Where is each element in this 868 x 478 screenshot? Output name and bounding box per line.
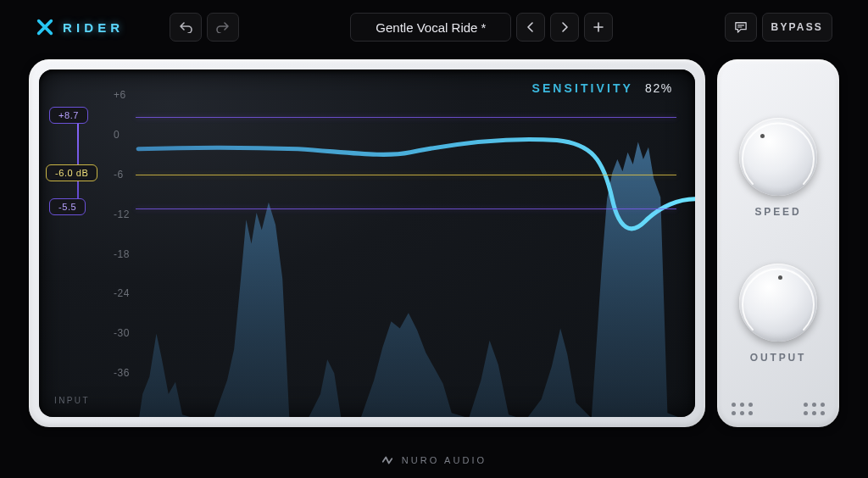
preset-prev-button[interactable] — [516, 13, 545, 42]
knob-indicator-icon — [778, 275, 782, 280]
axis-tick: -18 — [114, 248, 130, 260]
input-label: INPUT — [54, 396, 90, 405]
target-handle[interactable]: -6.0 dB — [46, 164, 97, 181]
undo-button[interactable] — [170, 13, 202, 42]
axis-tick: -6 — [114, 169, 124, 181]
sensitivity-value: 82% — [645, 81, 673, 95]
target-value: -6.0 dB — [55, 168, 88, 178]
grip-icon — [732, 403, 753, 415]
plus-icon — [593, 22, 604, 32]
top-bar: RIDER Gentle Vocal Ride * — [0, 0, 868, 54]
brand: RIDER — [36, 18, 124, 36]
range-low-handle[interactable]: -5.5 — [49, 198, 86, 215]
side-panel: SPEED OUTPUT — [717, 59, 839, 427]
speed-knob-block: SPEED — [739, 118, 817, 218]
grip-icon — [804, 403, 825, 415]
bypass-label: BYPASS — [771, 21, 823, 33]
range-low-value: -5.5 — [58, 202, 76, 212]
speed-label: SPEED — [754, 206, 801, 218]
axis-tick: -24 — [114, 287, 130, 299]
output-knob[interactable] — [739, 264, 817, 342]
speed-knob[interactable] — [739, 118, 817, 196]
plugin-window: RIDER Gentle Vocal Ride * — [0, 0, 868, 478]
bypass-button[interactable]: BYPASS — [762, 13, 832, 42]
axis-tick: -12 — [114, 208, 130, 220]
right-toolbar: BYPASS — [725, 13, 832, 42]
preset-name-label: Gentle Vocal Ride * — [376, 20, 486, 35]
axis-tick: 0 — [114, 129, 120, 141]
display-bezel: +6 0 -6 -12 -18 -24 -30 -36 +8.7 — [29, 59, 705, 427]
grip-dots — [717, 403, 839, 415]
output-label: OUTPUT — [750, 352, 807, 364]
axis: +6 0 -6 -12 -18 -24 -30 -36 — [114, 83, 676, 388]
help-button[interactable] — [725, 13, 757, 42]
axis-tick: -30 — [114, 327, 130, 339]
preset-name-button[interactable]: Gentle Vocal Ride * — [350, 13, 511, 42]
range-high-line — [136, 117, 676, 118]
chevron-left-icon — [526, 22, 535, 32]
vendor-logo-icon — [381, 454, 393, 466]
axis-tick: +6 — [114, 89, 126, 101]
brand-name: RIDER — [63, 20, 124, 35]
redo-button[interactable] — [207, 13, 239, 42]
main-panels: +6 0 -6 -12 -18 -24 -30 -36 +8.7 — [29, 59, 839, 427]
preset-add-button[interactable] — [584, 13, 613, 42]
range-high-handle[interactable]: +8.7 — [49, 107, 88, 124]
range-high-value: +8.7 — [58, 110, 79, 120]
knob-indicator-icon — [760, 134, 765, 138]
chevron-right-icon — [560, 22, 569, 32]
axis-tick: -36 — [114, 367, 130, 379]
target-line — [136, 175, 676, 175]
display-screen: +6 0 -6 -12 -18 -24 -30 -36 +8.7 — [39, 69, 695, 417]
preset-next-button[interactable] — [550, 13, 579, 42]
chat-icon — [734, 21, 748, 33]
undo-redo-group — [170, 13, 239, 42]
range-low-line — [136, 208, 676, 209]
footer: NURO AUDIO — [0, 454, 868, 466]
output-knob-block: OUTPUT — [739, 264, 817, 364]
brand-x-icon — [36, 18, 54, 36]
sensitivity-control[interactable]: SENSITIVITY 82% — [531, 81, 673, 95]
sensitivity-label: SENSITIVITY — [531, 81, 632, 95]
vendor-name: NURO AUDIO — [402, 455, 487, 465]
